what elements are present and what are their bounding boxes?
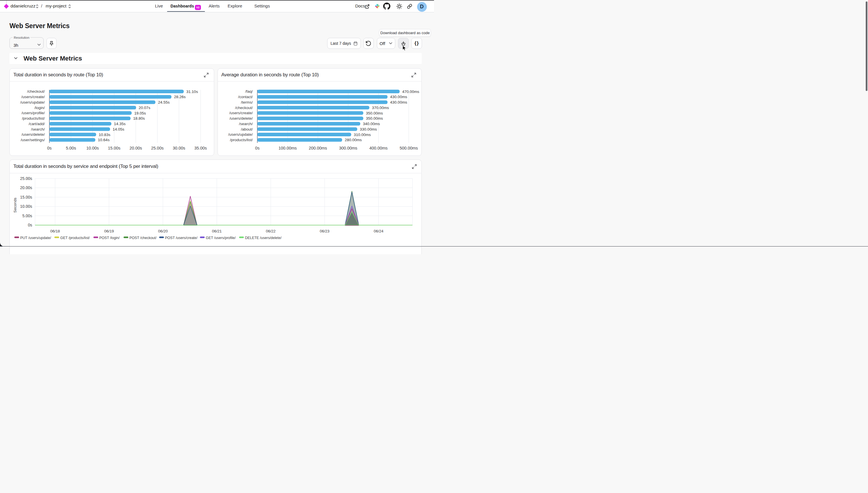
svg-text:28.26s: 28.26s	[174, 95, 186, 99]
svg-text:340.00ms: 340.00ms	[363, 122, 380, 126]
svg-text:/users/update/: /users/update/	[228, 132, 253, 136]
svg-text:10.83s: 10.83s	[99, 132, 110, 136]
svg-text:/products/list/: /products/list/	[230, 138, 253, 142]
svg-text:430.00ms: 430.00ms	[390, 100, 407, 104]
svg-text:350.00ms: 350.00ms	[366, 111, 383, 115]
svg-text:GET /users/profile/: GET /users/profile/	[206, 236, 236, 240]
svg-text:/checkout/: /checkout/	[235, 105, 253, 110]
svg-text:18.80s: 18.80s	[133, 116, 145, 121]
svg-text:/users/delete/: /users/delete/	[22, 132, 45, 136]
svg-text:06/20: 06/20	[158, 229, 168, 233]
svg-text:/about/: /about/	[241, 127, 253, 131]
svg-text:20.00s: 20.00s	[129, 146, 142, 150]
svg-text:10.00s: 10.00s	[20, 204, 32, 209]
svg-text:430.00ms: 430.00ms	[390, 95, 407, 99]
svg-text:POST /checkout/: POST /checkout/	[129, 236, 157, 240]
svg-text:0s: 0s	[47, 146, 51, 150]
svg-text:14.35s: 14.35s	[114, 122, 126, 126]
svg-text:06/24: 06/24	[374, 229, 383, 233]
svg-text:330.00ms: 330.00ms	[360, 127, 377, 131]
svg-text:300.00ms: 300.00ms	[339, 146, 357, 150]
svg-text:DELETE /users/delete/: DELETE /users/delete/	[245, 236, 282, 240]
svg-text:/user/settings/: /user/settings/	[21, 138, 45, 142]
svg-text:19.05s: 19.05s	[134, 111, 146, 115]
svg-text:PUT /users/update/: PUT /users/update/	[20, 236, 51, 240]
svg-text:470.00ms: 470.00ms	[402, 89, 419, 93]
svg-text:06/21: 06/21	[212, 229, 222, 233]
svg-text:POST /login/: POST /login/	[99, 236, 120, 240]
svg-text:15.00s: 15.00s	[20, 195, 32, 199]
svg-text:Seconds: Seconds	[13, 197, 17, 213]
svg-text:/search/: /search/	[239, 121, 253, 126]
svg-text:10.00s: 10.00s	[86, 146, 99, 150]
svg-text:35.00s: 35.00s	[194, 146, 207, 150]
svg-text:/products/list/: /products/list/	[22, 116, 45, 121]
svg-text:20.00s: 20.00s	[20, 185, 32, 190]
svg-text:30.00s: 30.00s	[173, 146, 186, 150]
svg-text:06/18: 06/18	[50, 229, 60, 233]
svg-text:370.00ms: 370.00ms	[372, 105, 389, 110]
svg-text:06/19: 06/19	[104, 229, 114, 233]
svg-text:06/22: 06/22	[266, 229, 276, 233]
svg-text:/users/create/: /users/create/	[21, 95, 45, 99]
svg-text:/contact/: /contact/	[238, 95, 253, 99]
svg-text:200.00ms: 200.00ms	[309, 146, 327, 150]
svg-text:280.00ms: 280.00ms	[344, 138, 362, 142]
svg-text:310.00ms: 310.00ms	[354, 132, 371, 136]
svg-text:/login/: /login/	[35, 105, 45, 110]
svg-text:06/23: 06/23	[320, 229, 330, 233]
svg-text:POST /users/create/: POST /users/create/	[165, 236, 198, 240]
svg-text:/faq/: /faq/	[245, 89, 253, 93]
svg-text:14.05s: 14.05s	[113, 127, 125, 131]
svg-text:100.00ms: 100.00ms	[278, 146, 297, 150]
svg-text:500.00ms: 500.00ms	[400, 146, 418, 150]
svg-text:/search/: /search/	[31, 127, 45, 131]
svg-text:15.00s: 15.00s	[108, 146, 121, 150]
svg-text:350.00ms: 350.00ms	[366, 116, 383, 121]
svg-text:20.07s: 20.07s	[139, 105, 150, 110]
svg-text:31.10s: 31.10s	[186, 89, 198, 93]
svg-text:/users/create/: /users/create/	[229, 111, 253, 115]
svg-text:GET /products/list/: GET /products/list/	[60, 236, 90, 240]
svg-text:/users/delete/: /users/delete/	[229, 116, 253, 121]
svg-text:/terms/: /terms/	[241, 100, 253, 104]
svg-text:/cart/add/: /cart/add/	[29, 121, 45, 126]
svg-text:/checkout/: /checkout/	[27, 89, 45, 93]
svg-text:25.00s: 25.00s	[151, 146, 164, 150]
svg-text:/users/update/: /users/update/	[20, 100, 45, 104]
svg-text:400.00ms: 400.00ms	[369, 146, 387, 150]
svg-text:0s: 0s	[28, 223, 32, 227]
svg-text:5.00s: 5.00s	[22, 214, 32, 218]
svg-text:24.55s: 24.55s	[158, 100, 170, 104]
svg-text:0s: 0s	[255, 146, 259, 150]
svg-text:10.64s: 10.64s	[98, 138, 110, 142]
svg-text:25.00s: 25.00s	[20, 176, 32, 181]
svg-text:/users/profile/: /users/profile/	[22, 111, 45, 115]
svg-text:5.00s: 5.00s	[66, 146, 76, 150]
